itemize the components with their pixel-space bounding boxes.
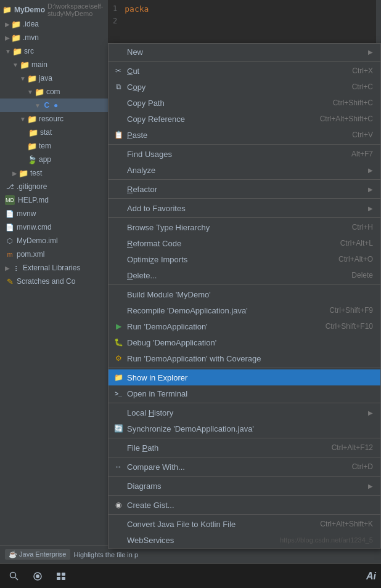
- menu-item-showinexplorer[interactable]: 📁 Show in Explorer: [109, 369, 380, 385]
- buildmodule-icon: [113, 289, 123, 299]
- tree-item-helpmd[interactable]: MD HELP.md: [0, 193, 108, 207]
- menu-item-recompile[interactable]: Recompile 'DemoApplication.java' Ctrl+Sh…: [109, 302, 380, 318]
- folder-icon-test: 📁: [18, 168, 28, 178]
- menu-item-copy[interactable]: ⧉ Copy Ctrl+C: [109, 79, 380, 95]
- debug-icon: 🐛: [113, 337, 123, 347]
- tree-item-main[interactable]: ▼ 📁 main: [0, 58, 108, 71]
- menu-item-reformat[interactable]: Reformat Code Ctrl+Alt+L: [109, 235, 380, 251]
- tree-item-demoapp[interactable]: ▼ C ●: [0, 99, 108, 112]
- extlibs-icon: ⫶: [11, 263, 21, 273]
- label-mvnwcmd: mvnw.cmd: [17, 223, 52, 232]
- tree-item-templates[interactable]: 📁 tem: [0, 139, 108, 153]
- label-test: test: [30, 169, 42, 177]
- menu-item-browsetype[interactable]: Browse Type Hierarchy Ctrl+H: [109, 219, 380, 235]
- menu-label-runwithcoverage: Run 'DemoApplication' with Coverage: [127, 354, 261, 363]
- tree-item-mydemoiml[interactable]: ⬡ MyDemo.iml: [0, 234, 108, 248]
- taskbar-ai-label[interactable]: Ai: [366, 571, 376, 582]
- svg-point-3: [36, 574, 39, 578]
- findusages-shortcut: Alt+F7: [351, 150, 373, 158]
- arrow-java: ▼: [20, 75, 26, 82]
- runwithcoverage-icon: ⚙: [113, 353, 123, 363]
- separator-11: [109, 476, 380, 477]
- localhistory-arrow: ▶: [368, 409, 373, 416]
- tree-item-com[interactable]: ▼ 📁 com: [0, 85, 108, 99]
- mydemoiml-icon: ⬡: [5, 236, 15, 246]
- tree-item-mvnw[interactable]: 📄 mvnw: [0, 207, 108, 220]
- arrow-mvn: ▶: [5, 34, 10, 41]
- menu-item-new[interactable]: New ▶: [109, 44, 380, 60]
- menu-item-paste[interactable]: 📋 Paste Ctrl+V: [109, 127, 380, 143]
- taskbar-cortana-icon[interactable]: [28, 567, 47, 586]
- optimizeimports-shortcut: Ctrl+Alt+O: [338, 255, 373, 264]
- localhistory-icon: [113, 408, 123, 417]
- folder-icon-static: 📁: [28, 127, 38, 137]
- menu-item-delete[interactable]: Delete... Delete: [109, 267, 380, 283]
- tree-item-java[interactable]: ▼ 📁 java: [0, 71, 108, 85]
- svg-rect-7: [62, 577, 65, 580]
- label-helpmd: HELP.md: [18, 196, 49, 204]
- tree-item-test[interactable]: ▶ 📁 test: [0, 166, 108, 180]
- pomxml-icon: m: [5, 249, 15, 259]
- tree-item-scratches[interactable]: ✎ Scratches and Co: [0, 275, 108, 288]
- line-number-1: 1: [113, 4, 117, 13]
- java-enterprise-badge: ☕ Java Enterprise: [5, 549, 70, 560]
- menu-label-new: New: [127, 47, 143, 57]
- tree-item-mvn[interactable]: ▶ 📁 .mvn: [0, 31, 108, 44]
- separator-6: [109, 284, 380, 285]
- menu-item-run[interactable]: ▶ Run 'DemoApplication' Ctrl+Shift+F10: [109, 318, 380, 334]
- menu-label-localhistory: Local History: [127, 408, 173, 417]
- arrow-demoapp: ▼: [35, 102, 41, 109]
- bottom-highlights-text: Highlights the file in p: [74, 551, 139, 558]
- optimizeimports-icon: [113, 254, 123, 264]
- tree-item-extlibs[interactable]: ▶ ⫶ External Libraries: [0, 261, 108, 275]
- menu-label-addtofav: Add to Favorites: [127, 204, 186, 213]
- project-name: MyDemo: [14, 6, 45, 14]
- menu-item-buildmodule[interactable]: Build Module 'MyDemo': [109, 286, 380, 302]
- menu-item-comparewith[interactable]: ↔ Compare With... Ctrl+D: [109, 459, 380, 475]
- menu-item-synchronize[interactable]: 🔄 Synchronize 'DemoApplication.java': [109, 421, 380, 437]
- menu-item-addtofav[interactable]: Add to Favorites ▶: [109, 200, 380, 216]
- menu-item-diagrams[interactable]: Diagrams ▶: [109, 478, 380, 494]
- menu-item-runwithcoverage[interactable]: ⚙ Run 'DemoApplication' with Coverage: [109, 350, 380, 366]
- tree-item-mvnwcmd[interactable]: 📄 mvnw.cmd: [0, 220, 108, 234]
- menu-item-analyze[interactable]: Analyze ▶: [109, 162, 380, 178]
- menu-item-openinterminal[interactable]: >_ Open in Terminal: [109, 385, 380, 401]
- tree-item-pomxml[interactable]: m pom.xml: [0, 248, 108, 261]
- arrow-com: ▼: [27, 89, 33, 95]
- tree-item-gitignore[interactable]: ⎇ .gitignore: [0, 180, 108, 193]
- menu-item-debug[interactable]: 🐛 Debug 'DemoApplication': [109, 334, 380, 350]
- svg-point-0: [10, 572, 16, 578]
- menu-item-filepath[interactable]: File Path Ctrl+Alt+F12: [109, 440, 380, 456]
- menu-item-creategist[interactable]: ◉ Create Gist...: [109, 497, 380, 513]
- tree-item-resources[interactable]: ▼ 📁 resourc: [0, 112, 108, 126]
- folder-icon-mvn: 📁: [11, 33, 21, 42]
- menu-item-findusages[interactable]: Find Usages Alt+F7: [109, 146, 380, 162]
- separator-2: [109, 144, 380, 145]
- menu-item-cut[interactable]: ✂ Cut Ctrl+X: [109, 63, 380, 79]
- taskbar-search-icon[interactable]: [5, 567, 23, 586]
- tree-item-idea[interactable]: ▶ 📁 .idea: [0, 17, 108, 31]
- taskbar-taskview-icon[interactable]: [52, 567, 70, 586]
- diagrams-icon: [113, 481, 123, 491]
- scratches-icon: ✎: [5, 276, 15, 286]
- diagrams-arrow: ▶: [368, 483, 373, 489]
- java-class-icon: C: [42, 100, 52, 110]
- menu-item-refactor[interactable]: Refactor ▶: [109, 181, 380, 197]
- menu-item-copyref[interactable]: Copy Reference Ctrl+Alt+Shift+C: [109, 111, 380, 127]
- tree-item-appprops[interactable]: 🍃 app: [0, 153, 108, 166]
- menu-item-converttokotlin[interactable]: Convert Java File to Kotlin File Ctrl+Al…: [109, 516, 380, 532]
- label-mydemoiml: MyDemo.iml: [17, 236, 58, 245]
- menu-item-copypath[interactable]: Copy Path Ctrl+Shift+C: [109, 95, 380, 111]
- tree-item-src[interactable]: ▼ 📁 src: [0, 44, 108, 58]
- menu-label-recompile: Recompile 'DemoApplication.java': [127, 306, 248, 315]
- label-resources: resourc: [39, 115, 63, 123]
- label-main: main: [31, 60, 47, 69]
- menu-label-run: Run 'DemoApplication': [127, 322, 208, 331]
- menu-item-webservices[interactable]: WebServices https://blog.csdn.net/art123…: [109, 532, 380, 548]
- tree-item-static[interactable]: 📁 stat: [0, 126, 108, 139]
- menu-item-localhistory[interactable]: Local History ▶: [109, 405, 380, 421]
- recompile-shortcut: Ctrl+Shift+F9: [329, 306, 373, 315]
- separator-12: [109, 495, 380, 496]
- addtofav-icon: [113, 203, 123, 213]
- menu-item-optimizeimports[interactable]: Optimize Imports Ctrl+Alt+O: [109, 251, 380, 267]
